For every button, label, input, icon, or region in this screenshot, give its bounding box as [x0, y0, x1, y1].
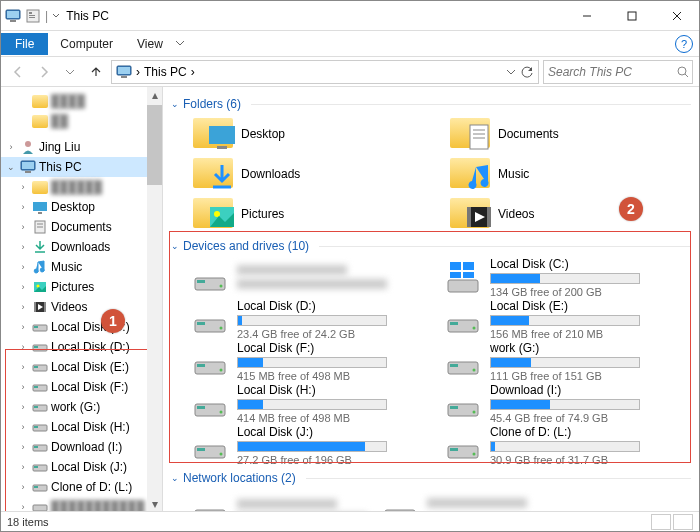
- drive-free-text: 415 MB free of 498 MB: [237, 370, 434, 382]
- tree-item-disk-f[interactable]: ›Local Disk (F:): [1, 377, 162, 397]
- folder-item[interactable]: Desktop: [193, 115, 434, 153]
- tree-item-disk-i[interactable]: ›Download (I:): [1, 437, 162, 457]
- tree-item-disk-c[interactable]: ›Local Disk (C:): [1, 317, 162, 337]
- tree-item-downloads[interactable]: ›Downloads: [1, 237, 162, 257]
- tab-view[interactable]: View: [125, 33, 175, 55]
- scroll-thumb[interactable]: [147, 105, 162, 185]
- folder-name: Pictures: [241, 207, 284, 221]
- breadcrumb-chevron[interactable]: ›: [136, 65, 140, 79]
- svg-point-69: [220, 285, 223, 288]
- folder-item[interactable]: Downloads: [193, 155, 434, 193]
- tree-item-disk-j[interactable]: ›Local Disk (J:): [1, 457, 162, 477]
- properties-icon[interactable]: [25, 8, 41, 24]
- tree-item-disk-h[interactable]: ›Local Disk (H:): [1, 417, 162, 437]
- tree-item-disk-g[interactable]: ›work (G:): [1, 397, 162, 417]
- tree-item-documents[interactable]: ›Documents: [1, 217, 162, 237]
- scroll-down-icon[interactable]: ▾: [147, 496, 162, 511]
- tree-item-pictures[interactable]: ›Pictures: [1, 277, 162, 297]
- collapse-icon[interactable]: ⌄: [171, 99, 179, 109]
- search-input[interactable]: [548, 65, 672, 79]
- tree-item-desktop[interactable]: ›Desktop: [1, 197, 162, 217]
- refresh-icon[interactable]: [520, 65, 534, 79]
- drive-item[interactable]: Local Disk (E:)156 MB free of 210 MB: [446, 299, 687, 339]
- tree-item-thispc[interactable]: ⌄This PC: [1, 157, 162, 177]
- folder-item[interactable]: Pictures: [193, 195, 434, 233]
- breadcrumb[interactable]: › This PC ›: [111, 60, 539, 84]
- drive-item[interactable]: Clone of D: (L:)30.9 GB free of 31.7 GB: [446, 425, 687, 465]
- svg-rect-97: [450, 448, 458, 451]
- forward-button[interactable]: [33, 61, 55, 83]
- svg-rect-12: [118, 67, 130, 74]
- drive-item[interactable]: Download (I:)45.4 GB free of 74.9 GB: [446, 383, 687, 423]
- folder-item[interactable]: Music: [450, 155, 691, 193]
- close-button[interactable]: [654, 2, 699, 30]
- svg-rect-82: [197, 364, 205, 367]
- tree-scrollbar[interactable]: ▴ ▾: [147, 87, 162, 511]
- svg-rect-71: [450, 262, 461, 270]
- expand-ribbon-icon[interactable]: [175, 37, 185, 51]
- drive-item[interactable]: Local Disk (F:)415 MB free of 498 MB: [193, 341, 434, 381]
- svg-rect-70: [448, 280, 478, 292]
- history-dropdown-icon[interactable]: [506, 67, 516, 77]
- svg-rect-94: [197, 448, 205, 451]
- tree-item-disk-d[interactable]: ›Local Disk (D:): [1, 337, 162, 357]
- drive-item[interactable]: Local Disk (C:)134 GB free of 200 GB: [446, 257, 687, 297]
- svg-rect-44: [34, 446, 38, 448]
- back-button[interactable]: [7, 61, 29, 83]
- folder-item[interactable]: Documents: [450, 115, 691, 153]
- scroll-up-icon[interactable]: ▴: [147, 87, 162, 102]
- folder-item[interactable]: Videos: [450, 195, 691, 233]
- tree-item-disk-e[interactable]: ›Local Disk (E:): [1, 357, 162, 377]
- qat-dropdown-icon[interactable]: [52, 12, 60, 20]
- svg-rect-68: [197, 280, 205, 283]
- tree-item[interactable]: ›██████: [1, 177, 162, 197]
- collapse-icon[interactable]: ⌄: [171, 473, 179, 483]
- collapse-icon[interactable]: ⌄: [171, 241, 179, 251]
- tree-item-disk-l[interactable]: ›Clone of D: (L:): [1, 477, 162, 497]
- computer-icon: [116, 64, 132, 80]
- ribbon-tabs: File Computer View ?: [1, 31, 699, 57]
- minimize-button[interactable]: [564, 2, 609, 30]
- tree-item-user[interactable]: ›Jing Liu: [1, 137, 162, 157]
- search-box[interactable]: [543, 60, 693, 84]
- maximize-button[interactable]: [609, 2, 654, 30]
- drive-item[interactable]: work (G:)111 GB free of 151 GB: [446, 341, 687, 381]
- tab-file[interactable]: File: [1, 33, 48, 55]
- breadcrumb-location[interactable]: This PC: [144, 65, 187, 79]
- tree-item[interactable]: ›███████████: [1, 497, 162, 511]
- help-icon[interactable]: ?: [675, 35, 693, 53]
- tab-computer[interactable]: Computer: [48, 33, 125, 55]
- tree-item-videos[interactable]: ›Videos: [1, 297, 162, 317]
- network-locations: [193, 489, 691, 511]
- drive-item[interactable]: Local Disk (J:)27.2 GB free of 196 GB: [193, 425, 434, 465]
- up-button[interactable]: [85, 61, 107, 83]
- group-header-network[interactable]: ⌄ Network locations (2): [171, 471, 691, 485]
- svg-point-16: [25, 141, 31, 147]
- view-large-icons-button[interactable]: [673, 514, 693, 530]
- group-header-drives[interactable]: ⌄ Devices and drives (10): [171, 239, 691, 253]
- svg-rect-78: [448, 320, 478, 332]
- tree-item[interactable]: ████: [1, 91, 162, 111]
- drive-usage-bar: [490, 357, 640, 368]
- svg-rect-8: [628, 12, 636, 20]
- drive-name: Local Disk (E:): [490, 299, 687, 313]
- network-location[interactable]: [383, 489, 557, 511]
- drive-item[interactable]: Local Disk (D:)23.4 GB free of 24.2 GB: [193, 299, 434, 339]
- svg-rect-65: [467, 207, 471, 227]
- network-location[interactable]: [193, 489, 367, 511]
- view-details-button[interactable]: [651, 514, 671, 530]
- svg-rect-49: [33, 505, 47, 511]
- tree-item-music[interactable]: ›Music: [1, 257, 162, 277]
- group-header-folders[interactable]: ⌄ Folders (6): [171, 97, 691, 111]
- drive-item[interactable]: Local Disk (H:)414 MB free of 498 MB: [193, 383, 434, 423]
- tree-item[interactable]: ██: [1, 111, 162, 131]
- folder-name: Documents: [498, 127, 559, 141]
- recent-locations-icon[interactable]: [59, 61, 81, 83]
- svg-rect-72: [463, 262, 474, 270]
- breadcrumb-chevron[interactable]: ›: [191, 65, 195, 79]
- drive-free-text: 23.4 GB free of 24.2 GB: [237, 328, 434, 340]
- drive-item[interactable]: [193, 257, 434, 297]
- svg-rect-38: [34, 386, 38, 388]
- svg-rect-66: [487, 207, 491, 227]
- search-icon[interactable]: [676, 65, 688, 79]
